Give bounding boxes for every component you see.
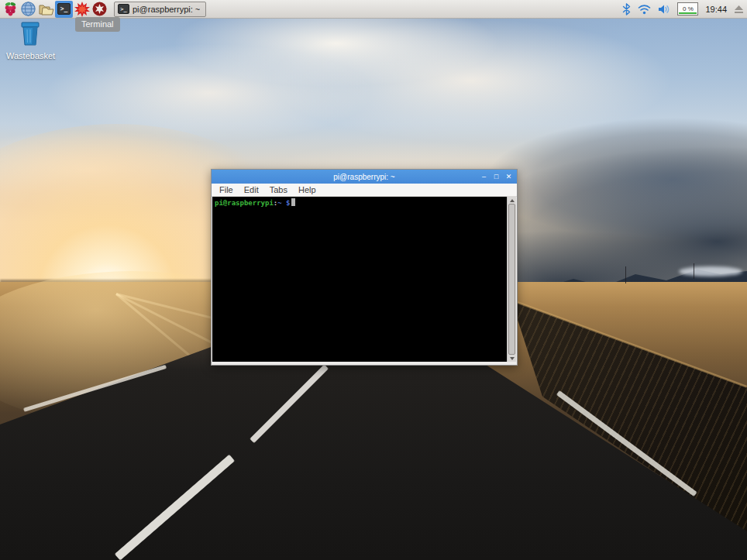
prompt-user-host: pi@raspberrypi [215,199,274,207]
volume-icon[interactable] [658,4,670,15]
terminal-launcher-button[interactable]: >_ [55,1,73,18]
web-browser-button[interactable] [19,1,37,18]
wastebasket-label: Wastebasket [6,51,54,60]
cpu-usage-label: 0 % [683,5,694,12]
cpu-activity-bar [679,12,697,14]
desktop: >_ >_ pi@raspberrypi: ~ [0,0,747,560]
taskbar-window-button-terminal[interactable]: >_ pi@raspberrypi: ~ [114,2,206,17]
raspberry-icon [3,2,18,17]
wallpaper-snow-patch [679,266,742,277]
file-manager-button[interactable] [37,1,55,18]
system-tray: 0 % 19:44 [622,2,747,15]
terminal-scrollbar[interactable] [507,197,516,362]
eject-icon[interactable] [734,5,744,14]
wastebasket-icon [18,20,43,46]
window-title: pi@raspberrypi: ~ [212,173,517,181]
terminal-icon: >_ [118,4,129,14]
wallpaper-pole [625,266,626,283]
terminal-icon: >_ [57,3,71,15]
mathematica-icon [74,2,90,17]
terminal-window: pi@raspberrypi: ~ – □ ✕ File Edit Tabs H… [211,169,518,366]
globe-icon [21,2,36,16]
menu-tabs[interactable]: Tabs [264,185,293,194]
maximize-button[interactable]: □ [493,173,500,180]
window-controls: – □ ✕ [480,173,517,180]
close-button[interactable]: ✕ [505,173,512,180]
terminal-icon-glyph: >_ [60,5,68,12]
desktop-icon-wastebasket[interactable]: Wastebasket [6,20,54,60]
minimize-button[interactable]: – [480,173,487,180]
clock[interactable]: 19:44 [705,5,727,14]
scrollbar-up-arrow[interactable] [508,197,516,204]
wolfram-icon [92,2,107,16]
scrollbar-thumb[interactable] [508,204,515,355]
mathematica-button[interactable] [73,1,91,18]
wallpaper-pole [694,263,694,279]
folder-icon [38,2,54,16]
terminal-screen[interactable]: pi@raspberrypi:~ $ [212,197,507,362]
terminal-icon-glyph: >_ [120,6,126,12]
titlebar[interactable]: pi@raspberrypi: ~ – □ ✕ [212,170,517,184]
tooltip: Terminal [75,17,120,32]
wolfram-button[interactable] [91,1,108,18]
menubar: File Edit Tabs Help [212,184,517,197]
menu-help[interactable]: Help [293,185,322,194]
terminal-body: pi@raspberrypi:~ $ [212,197,517,365]
menu-file[interactable]: File [214,185,239,194]
taskbar-window-button-label: pi@raspberrypi: ~ [133,5,200,14]
menu-button[interactable] [2,1,19,18]
menu-edit[interactable]: Edit [239,185,264,194]
terminal-cursor [291,198,295,206]
prompt-symbol: $ [282,199,291,207]
taskbar: >_ >_ pi@raspberrypi: ~ [0,0,747,19]
bluetooth-icon[interactable] [622,3,631,15]
wifi-icon[interactable] [638,4,651,15]
cpu-monitor[interactable]: 0 % [677,2,698,15]
scrollbar-down-arrow[interactable] [508,355,516,362]
